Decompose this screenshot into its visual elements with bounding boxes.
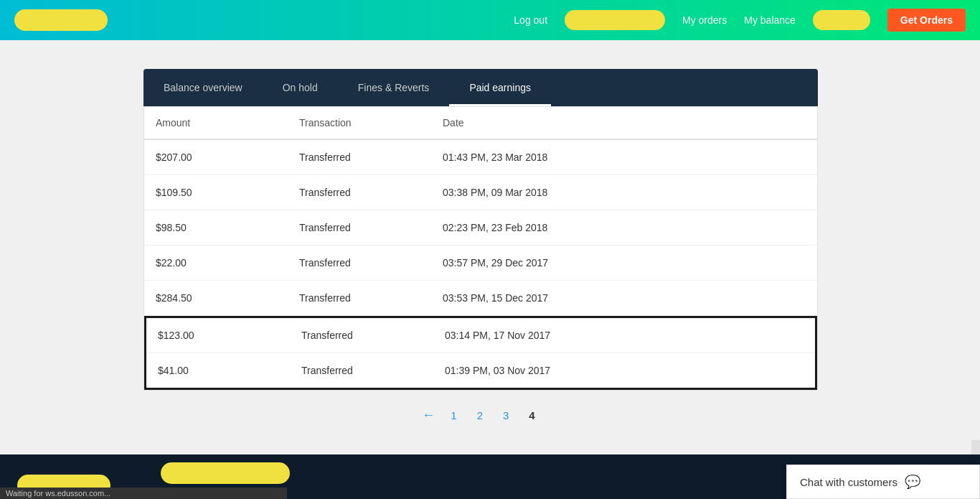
cell-amount: $207.00: [156, 151, 299, 163]
table: Amount Transaction Date $207.00 Transfer…: [143, 106, 818, 391]
col-transaction: Transaction: [299, 117, 443, 129]
cell-transaction: Transferred: [299, 292, 443, 304]
pagination-page-2[interactable]: 2: [473, 408, 487, 423]
chat-icon: 💬: [905, 474, 920, 490]
cell-transaction: Transferred: [299, 222, 443, 233]
logout-link[interactable]: Log out: [514, 14, 547, 26]
logo[interactable]: [14, 9, 108, 31]
table-row: $284.50 Transferred 03:53 PM, 15 Dec 201…: [144, 281, 817, 316]
chat-widget[interactable]: Chat with customers 💬: [786, 465, 980, 499]
nav-highlight-1: [565, 10, 665, 30]
cell-transaction: Transferred: [301, 365, 445, 376]
tab-container: Balance overview On hold Fines & Reverts…: [143, 69, 818, 106]
main-content: Balance overview On hold Fines & Reverts…: [0, 40, 980, 440]
chat-label: Chat with customers: [800, 476, 897, 488]
cell-amount: $123.00: [158, 330, 301, 341]
cell-amount: $284.50: [156, 292, 299, 304]
tab-on-hold[interactable]: On hold: [263, 69, 338, 106]
pagination-page-1[interactable]: 1: [446, 408, 461, 423]
cell-transaction: Transferred: [299, 151, 443, 163]
my-orders-link[interactable]: My orders: [682, 14, 727, 26]
header-left: [14, 9, 108, 31]
header: Log out My orders My balance Get Orders: [0, 0, 980, 40]
cell-date: 03:57 PM, 29 Dec 2017: [443, 257, 806, 269]
highlighted-rows-group: $123.00 Transferred 03:14 PM, 17 Nov 201…: [144, 316, 817, 390]
table-row: $41.00 Transferred 01:39 PM, 03 Nov 2017: [146, 353, 815, 388]
pagination-prev[interactable]: ←: [422, 408, 435, 423]
cell-amount: $109.50: [156, 187, 299, 198]
my-balance-link[interactable]: My balance: [744, 14, 796, 26]
pagination-page-4[interactable]: 4: [524, 408, 539, 423]
cell-date: 03:53 PM, 15 Dec 2017: [443, 292, 806, 304]
tab-fines-reverts[interactable]: Fines & Reverts: [338, 69, 450, 106]
cell-date: 03:38 PM, 09 Mar 2018: [443, 187, 806, 198]
cell-transaction: Transferred: [299, 187, 443, 198]
table-header: Amount Transaction Date: [144, 107, 817, 140]
footer-brand: [161, 462, 290, 484]
cell-transaction: Transferred: [301, 330, 445, 341]
cell-amount: $98.50: [156, 222, 299, 233]
tab-balance-overview[interactable]: Balance overview: [143, 69, 263, 106]
header-nav: Log out My orders My balance Get Orders: [514, 9, 966, 32]
cell-amount: $22.00: [156, 257, 299, 269]
pagination: ← 1 2 3 4: [143, 391, 818, 440]
table-row: $109.50 Transferred 03:38 PM, 09 Mar 201…: [144, 175, 817, 210]
cell-date: 01:43 PM, 23 Mar 2018: [443, 151, 806, 163]
get-orders-button[interactable]: Get Orders: [887, 9, 966, 32]
table-row: $207.00 Transferred 01:43 PM, 23 Mar 201…: [144, 140, 817, 175]
tab-paid-earnings[interactable]: Paid earnings: [449, 69, 551, 106]
cell-amount: $41.00: [158, 365, 301, 376]
tab-bar: Balance overview On hold Fines & Reverts…: [143, 69, 818, 106]
cell-date: 03:14 PM, 17 Nov 2017: [445, 330, 804, 341]
table-row: $123.00 Transferred 03:14 PM, 17 Nov 201…: [146, 318, 815, 353]
table-row: $22.00 Transferred 03:57 PM, 29 Dec 2017: [144, 246, 817, 281]
nav-highlight-2: [813, 10, 870, 30]
cell-date: 01:39 PM, 03 Nov 2017: [445, 365, 804, 376]
waiting-text: Waiting for ws.edusson.com...: [6, 489, 110, 498]
cell-transaction: Transferred: [299, 257, 443, 269]
col-amount: Amount: [156, 117, 299, 129]
col-date: Date: [443, 117, 806, 129]
pagination-page-3[interactable]: 3: [499, 408, 513, 423]
table-row: $98.50 Transferred 02:23 PM, 23 Feb 2018: [144, 210, 817, 246]
cell-date: 02:23 PM, 23 Feb 2018: [443, 222, 806, 233]
waiting-bar: Waiting for ws.edusson.com...: [0, 488, 287, 499]
